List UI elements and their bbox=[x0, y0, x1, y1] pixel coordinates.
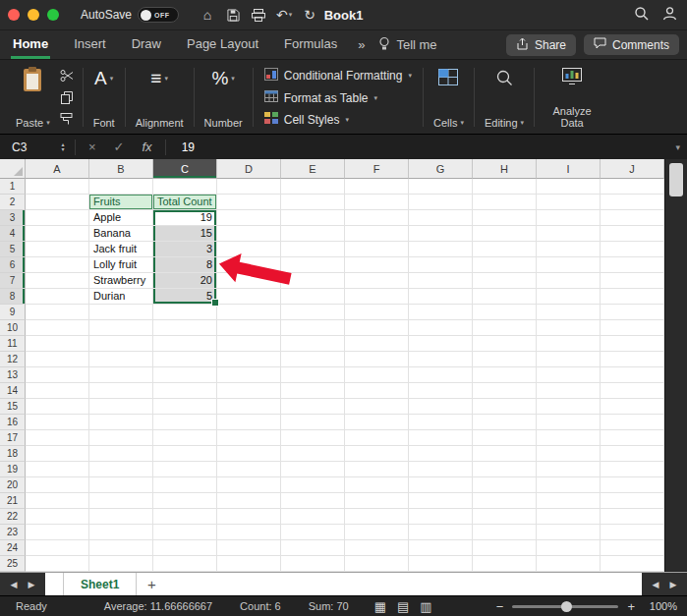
zoom-slider[interactable] bbox=[512, 605, 618, 608]
cell-G22[interactable] bbox=[409, 509, 473, 525]
cell-I25[interactable] bbox=[537, 556, 601, 572]
cell-D11[interactable] bbox=[217, 336, 281, 352]
cell-H10[interactable] bbox=[473, 320, 537, 336]
cell-A18[interactable] bbox=[26, 446, 89, 462]
cell-D1[interactable] bbox=[217, 179, 281, 195]
cell-styles-button[interactable]: Cell Styles ▾ bbox=[264, 112, 349, 127]
row-header-5[interactable]: 5 bbox=[0, 242, 26, 257]
analyze-data-button[interactable]: Analyze Data bbox=[538, 63, 606, 132]
row-header-19[interactable]: 19 bbox=[0, 462, 26, 477]
cell-H16[interactable] bbox=[473, 415, 537, 430]
formula-input[interactable]: 19 bbox=[182, 140, 195, 154]
cell-H20[interactable] bbox=[473, 477, 537, 493]
cell-I13[interactable] bbox=[537, 367, 601, 383]
cell-A25[interactable] bbox=[26, 556, 89, 572]
formula-bar-expand-icon[interactable]: ▾ bbox=[675, 142, 680, 152]
insert-function-icon[interactable]: fx bbox=[143, 140, 152, 154]
cell-D25[interactable] bbox=[217, 556, 281, 572]
row-header-9[interactable]: 9 bbox=[0, 305, 26, 320]
cell-F15[interactable] bbox=[345, 399, 409, 415]
row-header-6[interactable]: 6 bbox=[0, 257, 26, 273]
cell-I3[interactable] bbox=[537, 210, 601, 226]
cell-G8[interactable] bbox=[409, 289, 473, 305]
cell-B1[interactable] bbox=[89, 179, 153, 195]
cell-C8[interactable]: 5 bbox=[153, 289, 217, 305]
cell-E9[interactable] bbox=[281, 305, 345, 320]
cell-D18[interactable] bbox=[217, 446, 281, 462]
cell-I1[interactable] bbox=[537, 179, 601, 195]
row-header-11[interactable]: 11 bbox=[0, 336, 26, 352]
cell-A11[interactable] bbox=[26, 336, 89, 352]
row-header-13[interactable]: 13 bbox=[0, 367, 26, 383]
font-group[interactable]: A▾ Font bbox=[86, 63, 122, 132]
cell-G7[interactable] bbox=[409, 273, 473, 289]
cell-B5[interactable]: Jack fruit bbox=[89, 242, 153, 257]
cell-C23[interactable] bbox=[153, 525, 217, 540]
cell-F4[interactable] bbox=[345, 226, 409, 242]
cell-D13[interactable] bbox=[217, 367, 281, 383]
vertical-scrollbar-thumb[interactable] bbox=[669, 163, 683, 196]
cell-H8[interactable] bbox=[473, 289, 537, 305]
cell-B8[interactable]: Durian bbox=[89, 289, 153, 305]
row-header-24[interactable]: 24 bbox=[0, 540, 26, 556]
cell-F18[interactable] bbox=[345, 446, 409, 462]
cell-H24[interactable] bbox=[473, 540, 537, 556]
row-header-22[interactable]: 22 bbox=[0, 509, 26, 525]
cell-F17[interactable] bbox=[345, 430, 409, 446]
cell-D22[interactable] bbox=[217, 509, 281, 525]
cell-H4[interactable] bbox=[473, 226, 537, 242]
cell-E8[interactable] bbox=[281, 289, 345, 305]
cell-I23[interactable] bbox=[537, 525, 601, 540]
cell-H5[interactable] bbox=[473, 242, 537, 257]
cell-D2[interactable] bbox=[217, 195, 281, 210]
format-as-table-button[interactable]: Format as Table ▾ bbox=[264, 90, 377, 105]
cell-I18[interactable] bbox=[537, 446, 601, 462]
tab-draw[interactable]: Draw bbox=[130, 30, 163, 59]
cell-H18[interactable] bbox=[473, 446, 537, 462]
cell-C22[interactable] bbox=[153, 509, 217, 525]
cell-G17[interactable] bbox=[409, 430, 473, 446]
cell-F9[interactable] bbox=[345, 305, 409, 320]
cancel-entry-icon[interactable]: × bbox=[88, 140, 96, 154]
format-painter-icon[interactable] bbox=[60, 112, 74, 127]
cell-H25[interactable] bbox=[473, 556, 537, 572]
cell-D4[interactable] bbox=[217, 226, 281, 242]
cell-C21[interactable] bbox=[153, 493, 217, 509]
cell-E21[interactable] bbox=[281, 493, 345, 509]
cell-B25[interactable] bbox=[89, 556, 153, 572]
alignment-dropdown-icon[interactable]: ▾ bbox=[164, 75, 168, 83]
cell-J8[interactable] bbox=[601, 289, 664, 305]
column-header-D[interactable]: D bbox=[217, 159, 281, 179]
cell-E7[interactable] bbox=[281, 273, 345, 289]
page-layout-view-icon[interactable]: ▤ bbox=[397, 599, 409, 614]
cell-D15[interactable] bbox=[217, 399, 281, 415]
paste-button[interactable]: Paste▾ bbox=[10, 66, 56, 129]
cell-F22[interactable] bbox=[345, 509, 409, 525]
cell-H19[interactable] bbox=[473, 462, 537, 477]
cell-I19[interactable] bbox=[537, 462, 601, 477]
cell-G3[interactable] bbox=[409, 210, 473, 226]
cell-H1[interactable] bbox=[473, 179, 537, 195]
undo-dropdown-icon[interactable]: ▾ bbox=[289, 11, 293, 19]
cell-J11[interactable] bbox=[601, 336, 664, 352]
cell-C5[interactable]: 3 bbox=[153, 242, 217, 257]
cell-I15[interactable] bbox=[537, 399, 601, 415]
cell-F3[interactable] bbox=[345, 210, 409, 226]
cell-C13[interactable] bbox=[153, 367, 217, 383]
cell-C14[interactable] bbox=[153, 383, 217, 399]
more-commands-icon[interactable]: ⋯ bbox=[322, 7, 348, 23]
cell-H15[interactable] bbox=[473, 399, 537, 415]
cell-E19[interactable] bbox=[281, 462, 345, 477]
cell-J4[interactable] bbox=[601, 226, 664, 242]
cell-A23[interactable] bbox=[26, 525, 89, 540]
name-box[interactable]: C3 bbox=[0, 140, 55, 154]
cell-F19[interactable] bbox=[345, 462, 409, 477]
cut-icon[interactable] bbox=[60, 68, 74, 83]
cell-B24[interactable] bbox=[89, 540, 153, 556]
cell-C6[interactable]: 8 bbox=[153, 257, 217, 273]
cell-B3[interactable]: Apple bbox=[89, 210, 153, 226]
cell-H9[interactable] bbox=[473, 305, 537, 320]
cell-I14[interactable] bbox=[537, 383, 601, 399]
cell-B23[interactable] bbox=[89, 525, 153, 540]
cell-F24[interactable] bbox=[345, 540, 409, 556]
